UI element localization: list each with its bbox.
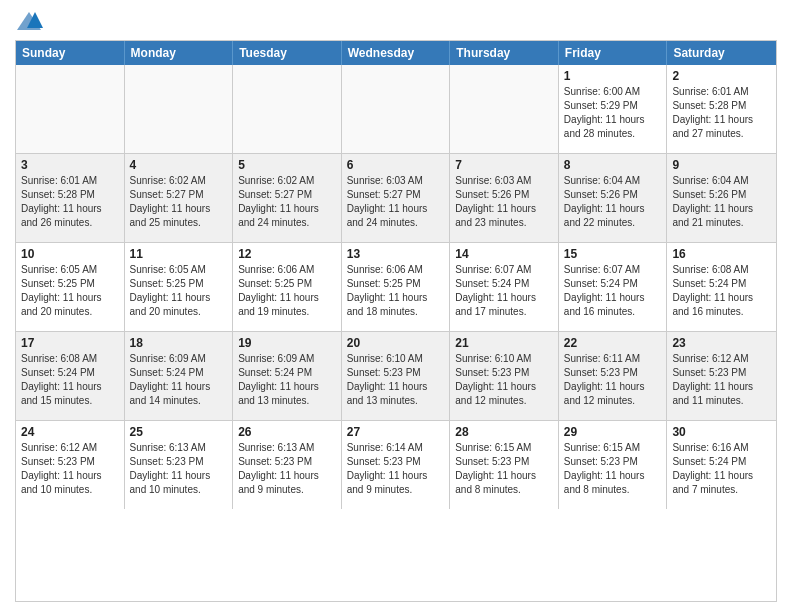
calendar-cell: 5Sunrise: 6:02 AMSunset: 5:27 PMDaylight… (233, 154, 342, 242)
cell-info: Sunrise: 6:05 AMSunset: 5:25 PMDaylight:… (130, 263, 228, 319)
header-day-thursday: Thursday (450, 41, 559, 65)
day-number: 11 (130, 247, 228, 261)
calendar-cell: 23Sunrise: 6:12 AMSunset: 5:23 PMDayligh… (667, 332, 776, 420)
header-day-tuesday: Tuesday (233, 41, 342, 65)
cell-info: Sunrise: 6:00 AMSunset: 5:29 PMDaylight:… (564, 85, 662, 141)
calendar-week-2: 3Sunrise: 6:01 AMSunset: 5:28 PMDaylight… (16, 154, 776, 243)
header-day-saturday: Saturday (667, 41, 776, 65)
calendar-cell: 29Sunrise: 6:15 AMSunset: 5:23 PMDayligh… (559, 421, 668, 509)
calendar-week-1: 1Sunrise: 6:00 AMSunset: 5:29 PMDaylight… (16, 65, 776, 154)
calendar-cell: 20Sunrise: 6:10 AMSunset: 5:23 PMDayligh… (342, 332, 451, 420)
cell-info: Sunrise: 6:10 AMSunset: 5:23 PMDaylight:… (455, 352, 553, 408)
calendar-cell: 17Sunrise: 6:08 AMSunset: 5:24 PMDayligh… (16, 332, 125, 420)
calendar-cell: 16Sunrise: 6:08 AMSunset: 5:24 PMDayligh… (667, 243, 776, 331)
cell-info: Sunrise: 6:12 AMSunset: 5:23 PMDaylight:… (672, 352, 771, 408)
calendar-cell: 13Sunrise: 6:06 AMSunset: 5:25 PMDayligh… (342, 243, 451, 331)
calendar-cell: 15Sunrise: 6:07 AMSunset: 5:24 PMDayligh… (559, 243, 668, 331)
calendar-cell: 14Sunrise: 6:07 AMSunset: 5:24 PMDayligh… (450, 243, 559, 331)
calendar-cell: 4Sunrise: 6:02 AMSunset: 5:27 PMDaylight… (125, 154, 234, 242)
day-number: 21 (455, 336, 553, 350)
calendar-cell (16, 65, 125, 153)
day-number: 30 (672, 425, 771, 439)
cell-info: Sunrise: 6:16 AMSunset: 5:24 PMDaylight:… (672, 441, 771, 497)
day-number: 5 (238, 158, 336, 172)
calendar-week-3: 10Sunrise: 6:05 AMSunset: 5:25 PMDayligh… (16, 243, 776, 332)
calendar-cell: 11Sunrise: 6:05 AMSunset: 5:25 PMDayligh… (125, 243, 234, 331)
calendar-cell (125, 65, 234, 153)
cell-info: Sunrise: 6:12 AMSunset: 5:23 PMDaylight:… (21, 441, 119, 497)
day-number: 20 (347, 336, 445, 350)
calendar-cell: 2Sunrise: 6:01 AMSunset: 5:28 PMDaylight… (667, 65, 776, 153)
calendar-cell: 28Sunrise: 6:15 AMSunset: 5:23 PMDayligh… (450, 421, 559, 509)
cell-info: Sunrise: 6:02 AMSunset: 5:27 PMDaylight:… (238, 174, 336, 230)
cell-info: Sunrise: 6:13 AMSunset: 5:23 PMDaylight:… (238, 441, 336, 497)
day-number: 9 (672, 158, 771, 172)
day-number: 24 (21, 425, 119, 439)
cell-info: Sunrise: 6:13 AMSunset: 5:23 PMDaylight:… (130, 441, 228, 497)
day-number: 26 (238, 425, 336, 439)
cell-info: Sunrise: 6:03 AMSunset: 5:27 PMDaylight:… (347, 174, 445, 230)
calendar-cell: 6Sunrise: 6:03 AMSunset: 5:27 PMDaylight… (342, 154, 451, 242)
cell-info: Sunrise: 6:06 AMSunset: 5:25 PMDaylight:… (347, 263, 445, 319)
calendar-cell: 9Sunrise: 6:04 AMSunset: 5:26 PMDaylight… (667, 154, 776, 242)
calendar-cell: 1Sunrise: 6:00 AMSunset: 5:29 PMDaylight… (559, 65, 668, 153)
cell-info: Sunrise: 6:11 AMSunset: 5:23 PMDaylight:… (564, 352, 662, 408)
calendar-cell (450, 65, 559, 153)
cell-info: Sunrise: 6:04 AMSunset: 5:26 PMDaylight:… (564, 174, 662, 230)
header (15, 10, 777, 32)
day-number: 27 (347, 425, 445, 439)
calendar-cell: 22Sunrise: 6:11 AMSunset: 5:23 PMDayligh… (559, 332, 668, 420)
calendar: SundayMondayTuesdayWednesdayThursdayFrid… (15, 40, 777, 602)
calendar-week-5: 24Sunrise: 6:12 AMSunset: 5:23 PMDayligh… (16, 421, 776, 509)
calendar-cell: 30Sunrise: 6:16 AMSunset: 5:24 PMDayligh… (667, 421, 776, 509)
calendar-cell: 7Sunrise: 6:03 AMSunset: 5:26 PMDaylight… (450, 154, 559, 242)
logo-icon (15, 10, 43, 32)
calendar-cell: 10Sunrise: 6:05 AMSunset: 5:25 PMDayligh… (16, 243, 125, 331)
cell-info: Sunrise: 6:07 AMSunset: 5:24 PMDaylight:… (455, 263, 553, 319)
header-day-friday: Friday (559, 41, 668, 65)
calendar-week-4: 17Sunrise: 6:08 AMSunset: 5:24 PMDayligh… (16, 332, 776, 421)
logo (15, 10, 47, 32)
day-number: 2 (672, 69, 771, 83)
day-number: 1 (564, 69, 662, 83)
day-number: 10 (21, 247, 119, 261)
cell-info: Sunrise: 6:05 AMSunset: 5:25 PMDaylight:… (21, 263, 119, 319)
day-number: 12 (238, 247, 336, 261)
day-number: 13 (347, 247, 445, 261)
day-number: 29 (564, 425, 662, 439)
day-number: 3 (21, 158, 119, 172)
cell-info: Sunrise: 6:10 AMSunset: 5:23 PMDaylight:… (347, 352, 445, 408)
cell-info: Sunrise: 6:08 AMSunset: 5:24 PMDaylight:… (672, 263, 771, 319)
cell-info: Sunrise: 6:07 AMSunset: 5:24 PMDaylight:… (564, 263, 662, 319)
cell-info: Sunrise: 6:02 AMSunset: 5:27 PMDaylight:… (130, 174, 228, 230)
calendar-cell: 12Sunrise: 6:06 AMSunset: 5:25 PMDayligh… (233, 243, 342, 331)
day-number: 28 (455, 425, 553, 439)
calendar-header: SundayMondayTuesdayWednesdayThursdayFrid… (16, 41, 776, 65)
calendar-body: 1Sunrise: 6:00 AMSunset: 5:29 PMDaylight… (16, 65, 776, 509)
cell-info: Sunrise: 6:14 AMSunset: 5:23 PMDaylight:… (347, 441, 445, 497)
calendar-cell (342, 65, 451, 153)
cell-info: Sunrise: 6:09 AMSunset: 5:24 PMDaylight:… (238, 352, 336, 408)
page: SundayMondayTuesdayWednesdayThursdayFrid… (0, 0, 792, 612)
calendar-cell: 18Sunrise: 6:09 AMSunset: 5:24 PMDayligh… (125, 332, 234, 420)
day-number: 17 (21, 336, 119, 350)
day-number: 4 (130, 158, 228, 172)
day-number: 23 (672, 336, 771, 350)
day-number: 25 (130, 425, 228, 439)
calendar-cell: 8Sunrise: 6:04 AMSunset: 5:26 PMDaylight… (559, 154, 668, 242)
calendar-cell (233, 65, 342, 153)
day-number: 22 (564, 336, 662, 350)
calendar-cell: 24Sunrise: 6:12 AMSunset: 5:23 PMDayligh… (16, 421, 125, 509)
day-number: 14 (455, 247, 553, 261)
day-number: 7 (455, 158, 553, 172)
cell-info: Sunrise: 6:15 AMSunset: 5:23 PMDaylight:… (564, 441, 662, 497)
day-number: 6 (347, 158, 445, 172)
header-day-wednesday: Wednesday (342, 41, 451, 65)
header-day-sunday: Sunday (16, 41, 125, 65)
calendar-cell: 25Sunrise: 6:13 AMSunset: 5:23 PMDayligh… (125, 421, 234, 509)
calendar-cell: 21Sunrise: 6:10 AMSunset: 5:23 PMDayligh… (450, 332, 559, 420)
cell-info: Sunrise: 6:09 AMSunset: 5:24 PMDaylight:… (130, 352, 228, 408)
calendar-cell: 26Sunrise: 6:13 AMSunset: 5:23 PMDayligh… (233, 421, 342, 509)
calendar-cell: 3Sunrise: 6:01 AMSunset: 5:28 PMDaylight… (16, 154, 125, 242)
day-number: 15 (564, 247, 662, 261)
